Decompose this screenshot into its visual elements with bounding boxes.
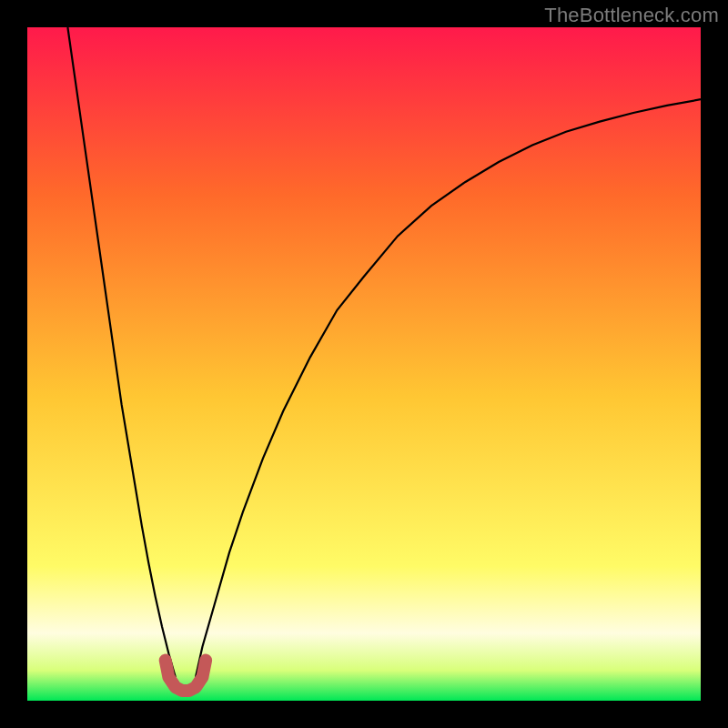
gradient-background <box>27 27 701 701</box>
outer-frame: TheBottleneck.com <box>0 0 728 728</box>
plot-area <box>27 27 701 701</box>
chart-svg <box>27 27 701 701</box>
watermark-text: TheBottleneck.com <box>544 4 719 27</box>
